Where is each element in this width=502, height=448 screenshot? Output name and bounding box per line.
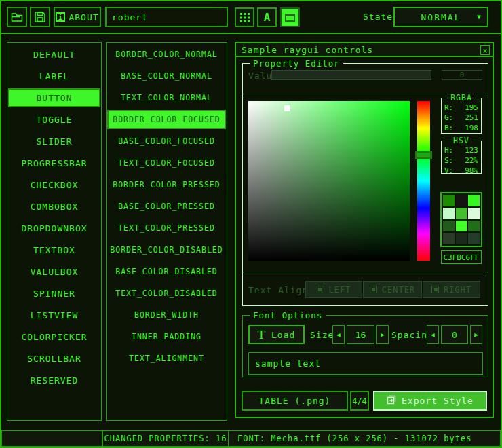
text-t-icon: T <box>258 328 266 341</box>
hue-bar[interactable] <box>417 101 430 261</box>
hsv-v-row: V: 98% <box>444 166 478 175</box>
controls-view-button[interactable] <box>280 7 300 27</box>
align-right-button[interactable]: RIGHT <box>423 281 480 298</box>
list-item[interactable]: CHECKBOX <box>7 175 101 194</box>
font-view-button[interactable]: A <box>257 7 277 27</box>
list-item[interactable]: TEXT_COLOR_PRESSED <box>107 219 227 238</box>
arrow-left-icon: ◀ <box>336 331 340 338</box>
g-label: G: <box>444 113 453 122</box>
rgba-group-label: RGBA <box>448 93 475 102</box>
load-font-label: Load <box>271 330 295 340</box>
list-item[interactable]: BORDER_WIDTH <box>107 305 227 324</box>
swatch <box>456 208 467 219</box>
size-increase-button[interactable]: ▶ <box>376 325 389 344</box>
list-item[interactable]: SPINNER <box>7 284 101 303</box>
style-name-input[interactable] <box>105 7 228 27</box>
statusbar-changed-properties: CHANGED PROPERTIES: 16 <box>102 430 229 447</box>
style-table-view-button[interactable] <box>235 7 254 27</box>
list-item[interactable]: BASE_COLOR_PRESSED <box>107 197 227 216</box>
g-value: 251 <box>465 113 478 122</box>
list-item[interactable]: INNER_PADDING <box>107 327 227 346</box>
r-label: R: <box>444 103 453 112</box>
align-left-button[interactable]: LEFT <box>305 281 362 298</box>
list-item[interactable]: BORDER_COLOR_DISABLED <box>107 240 227 259</box>
b-value: 198 <box>465 124 478 132</box>
list-item[interactable]: RESERVED <box>7 371 101 390</box>
properties-list: BORDER_COLOR_NORMAL BASE_COLOR_NORMAL TE… <box>106 42 227 421</box>
folder-open-icon <box>11 12 23 22</box>
window-titlebar[interactable]: Sample raygui controls <box>236 43 493 57</box>
state-dropdown[interactable]: NORMAL ▼ <box>393 7 488 27</box>
hex-color-input[interactable]: C3FBC6FF <box>441 250 482 264</box>
value-box[interactable]: 0 <box>442 70 482 80</box>
open-style-button[interactable] <box>7 7 27 27</box>
align-left-icon <box>317 286 324 293</box>
list-item[interactable]: BORDER_COLOR_PRESSED <box>107 175 227 194</box>
size-decrease-button[interactable]: ◀ <box>332 325 345 344</box>
statusbar-empty-cell <box>1 430 102 447</box>
spacing-decrease-button[interactable]: ◀ <box>427 325 439 344</box>
style-color-swatches <box>440 192 482 247</box>
hue-selector[interactable] <box>415 151 432 159</box>
spacing-value-box[interactable]: 0 <box>441 325 468 344</box>
list-item[interactable]: COLORPICKER <box>7 327 101 346</box>
list-item[interactable]: TEXT_COLOR_FOCUSED <box>107 153 227 172</box>
align-center-button[interactable]: CENTER <box>363 281 422 298</box>
spacing-increase-button[interactable]: ▶ <box>470 325 482 344</box>
saturation-value-square[interactable] <box>248 101 410 261</box>
list-item-selected[interactable]: BORDER_COLOR_FOCUSED <box>107 110 226 129</box>
list-item[interactable]: BASE_COLOR_NORMAL <box>107 67 227 86</box>
list-item[interactable]: SLIDER <box>7 132 101 151</box>
sample-text-box[interactable]: sample text <box>248 352 483 375</box>
list-item-selected[interactable]: BUTTON <box>8 88 100 107</box>
size-value: 16 <box>355 330 366 340</box>
font-info-text: FONT: Mecha.ttf (256 x 256) - 131072 byt… <box>237 434 471 443</box>
list-item[interactable]: TOGGLE <box>7 110 101 129</box>
save-style-button[interactable] <box>30 7 50 27</box>
export-style-button[interactable]: Export Style <box>373 391 487 411</box>
align-center-label: CENTER <box>382 285 415 295</box>
rgba-g-row: G: 251 <box>444 113 478 122</box>
floppy-disk-icon <box>35 12 45 22</box>
list-item[interactable]: LISTVIEW <box>7 305 101 324</box>
load-font-button[interactable]: T Load <box>248 325 305 344</box>
list-item[interactable]: TEXT_COLOR_DISABLED <box>107 284 227 303</box>
about-button[interactable]: i ABOUT <box>54 7 101 27</box>
list-item[interactable]: PROGRESSBAR <box>7 153 101 172</box>
arrow-right-icon: ▶ <box>381 331 384 338</box>
swatch <box>443 221 455 232</box>
align-left-label: LEFT <box>329 285 351 295</box>
list-item[interactable]: BASE_COLOR_FOCUSED <box>107 132 227 151</box>
export-file-icon <box>387 395 396 407</box>
size-value-box[interactable]: 16 <box>347 325 374 344</box>
info-icon: i <box>56 12 65 22</box>
window-close-button[interactable]: x <box>480 45 490 55</box>
list-item[interactable]: LABEL <box>7 67 101 86</box>
value-slider[interactable] <box>271 70 431 80</box>
s-label: S: <box>444 156 453 165</box>
list-item[interactable]: TEXT_ALIGNMENT <box>107 349 227 368</box>
window-title: Sample raygui controls <box>242 45 373 55</box>
hsv-s-row: S: 22% <box>444 156 478 165</box>
list-item[interactable]: VALUEBOX <box>7 262 101 281</box>
window-panel-icon <box>285 14 295 22</box>
list-item[interactable]: DEFAULT <box>7 45 101 64</box>
export-format-dropdown[interactable]: TABLE (.png) <box>242 391 348 411</box>
list-item[interactable]: TEXTBOX <box>7 240 101 259</box>
list-item[interactable]: SCROLLBAR <box>7 349 101 368</box>
s-value: 22% <box>465 156 478 165</box>
rgba-group: RGBA R: 195 G: 251 B: 198 <box>441 98 482 134</box>
hex-color-value: C3FBC6FF <box>444 253 480 262</box>
export-pages-box[interactable]: 4/4 <box>350 391 369 411</box>
list-item[interactable]: COMBOBOX <box>7 197 101 216</box>
list-item[interactable]: BASE_COLOR_DISABLED <box>107 262 227 281</box>
color-cursor[interactable] <box>284 105 290 111</box>
list-item[interactable]: BORDER_COLOR_NORMAL <box>107 45 227 64</box>
align-right-label: RIGHT <box>444 285 471 295</box>
swatch <box>456 195 467 206</box>
v-label: V: <box>444 166 453 175</box>
list-item[interactable]: DROPDOWNBOX <box>7 219 101 238</box>
grid-dots-icon <box>240 13 250 22</box>
list-item[interactable]: TEXT_COLOR_NORMAL <box>107 88 227 107</box>
value-box-text: 0 <box>460 71 465 79</box>
